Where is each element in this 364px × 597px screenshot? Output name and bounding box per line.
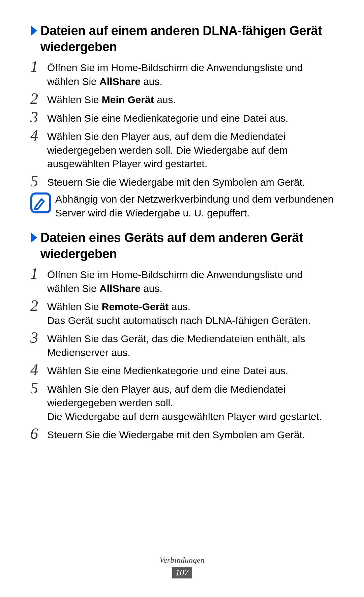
page-footer: Verbindungen 107	[0, 556, 364, 578]
step-body: Wählen Sie Mein Gerät aus.	[47, 91, 334, 107]
step-item: 1 Öffnen Sie im Home-Bildschirm die Anwe…	[30, 59, 334, 88]
step-number: 3	[30, 110, 47, 125]
heading-text: Dateien auf einem anderen DLNA-fähigen G…	[40, 23, 334, 55]
step-number: 5	[30, 381, 47, 396]
step-item: 3 Wählen Sie das Gerät, das die Medienda…	[30, 330, 334, 359]
step-body: Öffnen Sie im Home-Bildschirm die Anwend…	[47, 59, 334, 88]
step-number: 2	[30, 91, 47, 107]
step-item: 3 Wählen Sie eine Medienkategorie und ei…	[30, 110, 334, 125]
step-body: Steuern Sie die Wiedergabe mit den Symbo…	[47, 426, 334, 442]
step-number: 5	[30, 174, 47, 189]
section-heading-2: Dateien eines Geräts auf dem anderen Ger…	[30, 230, 334, 262]
step-number: 2	[30, 298, 47, 314]
step-body: Wählen Sie den Player aus, auf dem die M…	[47, 381, 334, 424]
step-body: Wählen Sie den Player aus, auf dem die M…	[47, 128, 334, 171]
svg-rect-1	[31, 193, 50, 212]
section-heading-1: Dateien auf einem anderen DLNA-fähigen G…	[30, 23, 334, 55]
step-item: 5 Wählen Sie den Player aus, auf dem die…	[30, 381, 334, 424]
step-number: 6	[30, 426, 47, 442]
step-body: Steuern Sie die Wiedergabe mit den Symbo…	[47, 174, 334, 189]
note-block: Abhängig von der Netzwerkverbindung und …	[30, 192, 334, 220]
step-number: 1	[30, 266, 47, 281]
step-number: 4	[30, 128, 47, 143]
note-text: Abhängig von der Netzwerkverbindung und …	[55, 192, 334, 220]
step-item: 2 Wählen Sie Mein Gerät aus.	[30, 91, 334, 107]
note-icon	[30, 192, 51, 213]
svg-marker-0	[31, 26, 37, 36]
steps-list-2: 1 Öffnen Sie im Home-Bildschirm die Anwe…	[30, 266, 334, 442]
step-body: Wählen Sie Remote-Gerät aus.Das Gerät su…	[47, 298, 334, 327]
svg-marker-2	[31, 233, 37, 243]
heading-text: Dateien eines Geräts auf dem anderen Ger…	[40, 230, 334, 262]
steps-list-1: 1 Öffnen Sie im Home-Bildschirm die Anwe…	[30, 59, 334, 189]
step-body: Wählen Sie eine Medienkategorie und eine…	[47, 362, 334, 378]
step-body: Öffnen Sie im Home-Bildschirm die Anwend…	[47, 266, 334, 295]
step-number: 4	[30, 362, 47, 378]
step-item: 5 Steuern Sie die Wiedergabe mit den Sym…	[30, 174, 334, 189]
step-number: 3	[30, 330, 47, 346]
page-number: 107	[172, 567, 192, 578]
step-item: 1 Öffnen Sie im Home-Bildschirm die Anwe…	[30, 266, 334, 295]
step-item: 2 Wählen Sie Remote-Gerät aus.Das Gerät …	[30, 298, 334, 327]
chevron-right-icon	[30, 25, 38, 36]
page: Dateien auf einem anderen DLNA-fähigen G…	[0, 0, 364, 597]
footer-section-label: Verbindungen	[0, 556, 364, 565]
step-number: 1	[30, 59, 47, 74]
step-body: Wählen Sie das Gerät, das die Mediendate…	[47, 330, 334, 359]
step-item: 6 Steuern Sie die Wiedergabe mit den Sym…	[30, 426, 334, 442]
step-item: 4 Wählen Sie den Player aus, auf dem die…	[30, 128, 334, 171]
chevron-right-icon	[30, 232, 38, 243]
step-item: 4 Wählen Sie eine Medienkategorie und ei…	[30, 362, 334, 378]
step-body: Wählen Sie eine Medienkategorie und eine…	[47, 110, 334, 125]
